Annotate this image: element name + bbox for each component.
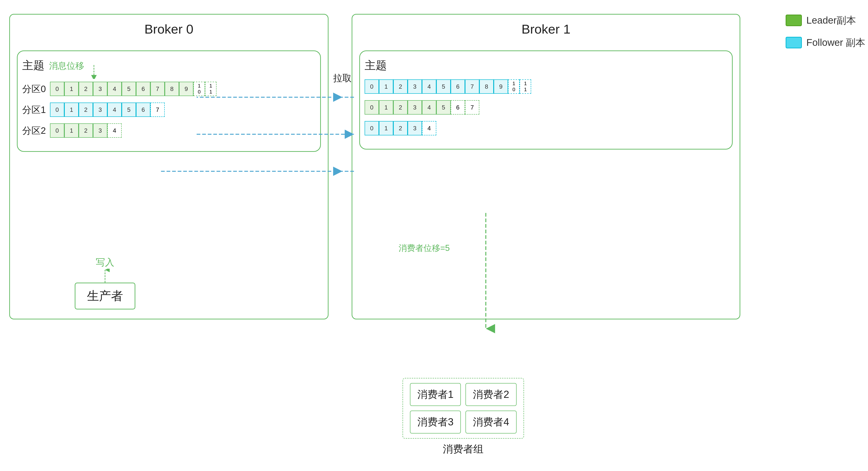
consumer-group-box: 消费者1 消费者2 消费者3 消费者4 — [403, 378, 524, 439]
legend-leader-label: Leader副本 — [806, 14, 856, 27]
partition-0-cells: 0123456789 10 11 — [50, 82, 217, 96]
legend: Leader副本 Follower 副本 — [786, 14, 865, 49]
broker-0-topic-label: 主题 — [22, 58, 44, 73]
broker-1-topic: 主题 0123456789 10 11 012345 6 7 — [359, 51, 733, 149]
broker-1-title: Broker 1 — [359, 22, 733, 36]
broker1-partition-0-row: 0123456789 10 11 — [365, 79, 727, 94]
broker-1: Broker 1 主题 0123456789 10 11 012345 6 7 — [352, 14, 740, 319]
legend-follower-icon — [786, 37, 802, 48]
write-arrow — [100, 269, 110, 283]
consumer-4: 消费者4 — [465, 411, 516, 434]
broker-0-title: Broker 0 — [17, 22, 321, 36]
legend-leader: Leader副本 — [786, 14, 865, 27]
consumer-area: 消费者1 消费者2 消费者3 消费者4 消费者组 — [403, 378, 524, 456]
write-area: 写入 生产者 — [75, 256, 135, 310]
partition-2-label: 分区2 — [22, 124, 50, 137]
legend-leader-icon — [786, 14, 802, 26]
legend-follower: Follower 副本 — [786, 36, 865, 49]
consumer-3: 消费者3 — [410, 411, 461, 434]
consumer-2: 消费者2 — [465, 383, 516, 406]
main-container: Leader副本 Follower 副本 Broker 0 主题 消息位移 — [9, 9, 865, 463]
broker1-partition-2-row: 0123 4 — [365, 121, 727, 136]
broker1-partition-0-cells: 0123456789 10 11 — [365, 79, 531, 94]
pull-label: 拉取 — [333, 72, 352, 85]
partition-2-row: 分区2 0123 4 — [22, 123, 315, 138]
consumer-offset-label: 消费者位移=5 — [399, 242, 450, 254]
partition-1-row: 分区1 0123456 7 — [22, 102, 315, 117]
partition-1-cells: 0123456 7 — [50, 102, 165, 117]
consumer-group-label: 消费者组 — [403, 442, 524, 456]
write-label: 写入 — [96, 256, 114, 269]
broker1-partition-2-cells: 0123 4 — [365, 121, 436, 136]
broker1-partition-1-cells: 012345 6 7 — [365, 100, 479, 115]
producer-box: 生产者 — [75, 283, 135, 310]
broker1-partition-1-row: 012345 6 7 — [365, 100, 727, 115]
broker-0-offset-label: 消息位移 — [49, 60, 84, 72]
consumer-grid: 消费者1 消费者2 消费者3 消费者4 — [410, 383, 517, 434]
consumer-1: 消费者1 — [410, 383, 461, 406]
broker-1-topic-label: 主题 — [365, 59, 387, 71]
partition-0-label: 分区0 — [22, 83, 50, 95]
partition-1-label: 分区1 — [22, 104, 50, 116]
broker-0: Broker 0 主题 消息位移 分区0 0123456789 — [9, 14, 329, 319]
legend-follower-label: Follower 副本 — [806, 36, 865, 49]
broker-0-topic: 主题 消息位移 分区0 0123456789 10 11 — [17, 51, 321, 152]
offset-arrow — [89, 65, 98, 79]
partition-2-cells: 0123 4 — [50, 123, 122, 138]
partition-0-row: 分区0 0123456789 10 11 — [22, 82, 315, 96]
